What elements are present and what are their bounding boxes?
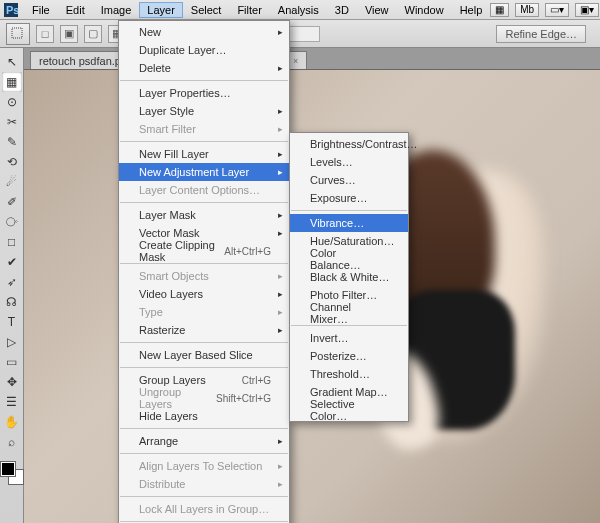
tool-button[interactable]: ✂: [2, 112, 22, 132]
tool-button[interactable]: ☰: [2, 392, 22, 412]
menu-view[interactable]: View: [357, 2, 397, 18]
menu-item[interactable]: New Fill Layer: [119, 145, 289, 163]
menu-separator: [120, 263, 288, 264]
screen-mode-button[interactable]: ▣▾: [575, 3, 599, 17]
menu-help[interactable]: Help: [452, 2, 491, 18]
menu-item-label: Smart Objects: [139, 270, 209, 282]
menu-item-label: Smart Filter: [139, 123, 196, 135]
menu-separator: [291, 210, 407, 211]
menu-item-label: Group Layers: [139, 374, 206, 386]
add-selection-icon[interactable]: ▣: [60, 25, 78, 43]
menu-item[interactable]: Color Balance…: [290, 250, 408, 268]
tool-button[interactable]: ✎: [2, 132, 22, 152]
menu-item[interactable]: Channel Mixer…: [290, 304, 408, 322]
new-adjustment-layer-submenu: Brightness/Contrast…Levels…Curves…Exposu…: [289, 132, 409, 422]
menu-item-label: Selective Color…: [310, 398, 390, 422]
tool-preset-picker[interactable]: [6, 23, 30, 45]
tool-button[interactable]: ▭: [2, 352, 22, 372]
menu-separator: [120, 367, 288, 368]
menu-item-label: Align Layers To Selection: [139, 460, 262, 472]
menu-item[interactable]: Posterize…: [290, 347, 408, 365]
menu-item[interactable]: New: [119, 23, 289, 41]
mb-button[interactable]: Mb: [515, 3, 539, 17]
menu-item[interactable]: Create Clipping MaskAlt+Ctrl+G: [119, 242, 289, 260]
tool-palette: ↖▦⊙✂✎⟲☄✐⧂□✔➶☊T▷▭✥☰✋⌕: [0, 48, 24, 523]
tool-button[interactable]: ▦: [2, 72, 22, 92]
menu-edit[interactable]: Edit: [58, 2, 93, 18]
menu-item[interactable]: Layer Properties…: [119, 84, 289, 102]
menu-item[interactable]: New Adjustment Layer: [119, 163, 289, 181]
subtract-selection-icon[interactable]: ▢: [84, 25, 102, 43]
menu-item[interactable]: Selective Color…: [290, 401, 408, 419]
menu-item[interactable]: Threshold…: [290, 365, 408, 383]
menu-item[interactable]: Layer Style: [119, 102, 289, 120]
bridge-button[interactable]: ▦: [490, 3, 509, 17]
menu-item[interactable]: Exposure…: [290, 189, 408, 207]
menu-separator: [120, 496, 288, 497]
tool-button[interactable]: ☄: [2, 172, 22, 192]
svg-text:Ps: Ps: [6, 4, 18, 16]
menu-item: Lock All Layers in Group…: [119, 500, 289, 518]
app-logo-icon: Ps: [4, 2, 18, 18]
menu-item[interactable]: Hide Layers: [119, 407, 289, 425]
menu-item-label: Layer Content Options…: [139, 184, 260, 196]
menu-item[interactable]: Black & White…: [290, 268, 408, 286]
view-extras-button[interactable]: ▭▾: [545, 3, 569, 17]
tool-button[interactable]: ☊: [2, 292, 22, 312]
menu-item-shortcut: Alt+Ctrl+G: [224, 246, 271, 257]
menu-separator: [291, 325, 407, 326]
menu-select[interactable]: Select: [183, 2, 230, 18]
tool-button[interactable]: ✔: [2, 252, 22, 272]
menu-item-label: Photo Filter…: [310, 289, 377, 301]
menu-item[interactable]: New Layer Based Slice: [119, 346, 289, 364]
menu-item[interactable]: Curves…: [290, 171, 408, 189]
menu-item[interactable]: Invert…: [290, 329, 408, 347]
menu-item-label: Black & White…: [310, 271, 389, 283]
menu-item[interactable]: Vibrance…: [290, 214, 408, 232]
menu-item-label: Arrange: [139, 435, 178, 447]
fg-color-swatch[interactable]: [1, 462, 15, 476]
menu-filter[interactable]: Filter: [229, 2, 269, 18]
menu-item-label: Posterize…: [310, 350, 367, 362]
menu-item-label: Layer Style: [139, 105, 194, 117]
tool-button[interactable]: ➶: [2, 272, 22, 292]
tool-button[interactable]: T: [2, 312, 22, 332]
menu-layer[interactable]: Layer: [139, 2, 183, 18]
menu-item[interactable]: Brightness/Contrast…: [290, 135, 408, 153]
tool-button[interactable]: ⟲: [2, 152, 22, 172]
tool-button[interactable]: ⊙: [2, 92, 22, 112]
menu-item[interactable]: Delete: [119, 59, 289, 77]
menu-separator: [120, 521, 288, 522]
menu-item-label: Layer Properties…: [139, 87, 231, 99]
tool-button[interactable]: ⌕: [2, 432, 22, 452]
menu-item-label: Distribute: [139, 478, 185, 490]
menu-separator: [120, 80, 288, 81]
tool-button[interactable]: □: [2, 232, 22, 252]
menu-item[interactable]: Rasterize: [119, 321, 289, 339]
color-swatches[interactable]: [1, 462, 23, 484]
menu-item[interactable]: Levels…: [290, 153, 408, 171]
menu-analysis[interactable]: Analysis: [270, 2, 327, 18]
menu-3d[interactable]: 3D: [327, 2, 357, 18]
menu-item[interactable]: Layer Mask: [119, 206, 289, 224]
menubar-right: ▦ Mb ▭▾ ▣▾ 100% ▾ ▤▾ ▦▾: [490, 3, 600, 17]
menu-item-label: New Fill Layer: [139, 148, 209, 160]
menu-item-label: Threshold…: [310, 368, 370, 380]
menu-window[interactable]: Window: [397, 2, 452, 18]
new-selection-icon[interactable]: □: [36, 25, 54, 43]
close-icon[interactable]: ×: [293, 56, 298, 66]
tool-button[interactable]: ✐: [2, 192, 22, 212]
tool-button[interactable]: ✋: [2, 412, 22, 432]
menu-item[interactable]: Video Layers: [119, 285, 289, 303]
menu-item-label: Exposure…: [310, 192, 367, 204]
menu-item: Smart Filter: [119, 120, 289, 138]
menu-item[interactable]: Duplicate Layer…: [119, 41, 289, 59]
menu-file[interactable]: File: [24, 2, 58, 18]
tool-button[interactable]: ↖: [2, 52, 22, 72]
tool-button[interactable]: ⧂: [2, 212, 22, 232]
tool-button[interactable]: ✥: [2, 372, 22, 392]
refine-edge-button[interactable]: Refine Edge…: [496, 25, 586, 43]
menu-image[interactable]: Image: [93, 2, 140, 18]
tool-button[interactable]: ▷: [2, 332, 22, 352]
menu-item[interactable]: Arrange: [119, 432, 289, 450]
